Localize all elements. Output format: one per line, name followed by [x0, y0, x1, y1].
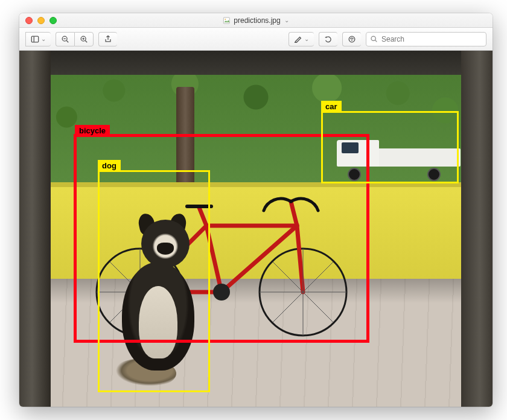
- svg-line-5: [66, 40, 68, 42]
- sidebar-toggle-button[interactable]: ⌄: [25, 32, 51, 46]
- markup-button[interactable]: [342, 32, 361, 46]
- filename-label: predictions.jpg: [234, 16, 280, 25]
- toolbar: ⌄ ⌄: [19, 28, 493, 51]
- titlebar: predictions.jpg ⌄: [19, 13, 493, 28]
- rotate-icon: [324, 35, 333, 43]
- window-controls: [25, 17, 57, 24]
- zoom-in-button[interactable]: [74, 32, 94, 46]
- rotate-button[interactable]: [319, 32, 337, 46]
- zoom-group: [56, 32, 94, 46]
- file-icon: [223, 17, 230, 24]
- sidebar-icon: [31, 35, 39, 43]
- detected-car: [337, 133, 464, 181]
- chevron-down-icon: ⌄: [304, 36, 309, 42]
- image-content: bicycle car dog: [19, 51, 493, 407]
- svg-point-1: [225, 19, 226, 20]
- preview-window: predictions.jpg ⌄ ⌄ ⌄: [19, 13, 493, 407]
- title-dropdown-icon[interactable]: ⌄: [284, 17, 289, 24]
- window-title: predictions.jpg ⌄: [223, 16, 289, 25]
- share-group: [98, 32, 117, 46]
- detected-dog: [110, 214, 212, 389]
- zoom-out-icon: [61, 35, 69, 43]
- zoom-in-icon: [80, 35, 88, 43]
- highlight-icon: [294, 35, 302, 43]
- highlight-button[interactable]: ⌄: [289, 32, 314, 46]
- markup-icon: [348, 35, 356, 43]
- share-button[interactable]: [98, 32, 117, 46]
- view-mode-group: ⌄: [25, 32, 51, 46]
- maximize-button[interactable]: [49, 17, 57, 24]
- svg-line-8: [85, 40, 87, 42]
- zoom-out-button[interactable]: [56, 32, 74, 46]
- search-icon: [370, 35, 378, 43]
- share-icon: [104, 35, 112, 43]
- minimize-button[interactable]: [37, 17, 45, 24]
- svg-point-16: [213, 284, 230, 301]
- search-field[interactable]: [366, 32, 486, 46]
- chevron-down-icon: ⌄: [41, 36, 46, 42]
- image-viewport[interactable]: bicycle car dog: [19, 51, 493, 407]
- svg-line-13: [375, 40, 377, 42]
- search-input[interactable]: [381, 35, 482, 43]
- svg-rect-2: [31, 36, 38, 42]
- close-button[interactable]: [25, 17, 33, 24]
- svg-point-12: [371, 36, 375, 40]
